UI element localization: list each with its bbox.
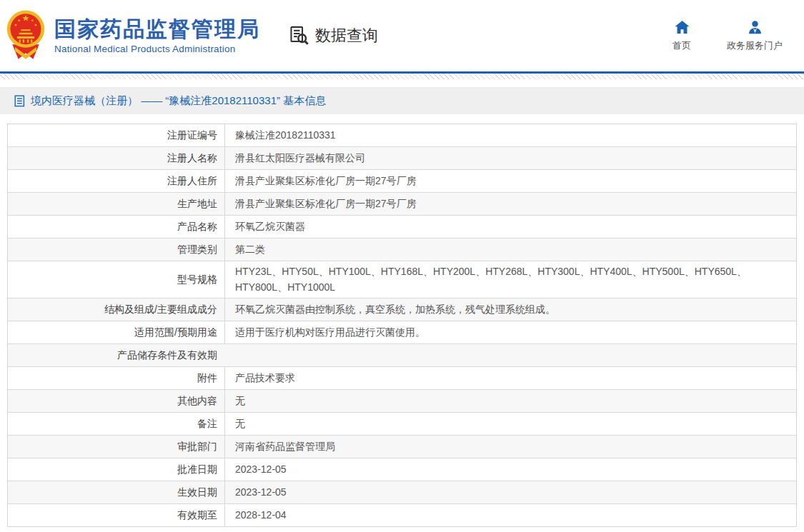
table-row: 其他内容 无 [8,390,796,413]
row-label: 附件 [8,367,224,389]
row-value: 2023-12-05 [224,481,796,503]
row-label: 生效日期 [8,481,224,503]
row-value: 豫械注准20182110331 [224,124,796,146]
row-value [224,344,796,366]
registration-info-table: 注册证编号 豫械注准20182110331 注册人名称 滑县红太阳医疗器械有限公… [7,124,797,527]
table-row: 产品名称 环氧乙烷灭菌器 [8,216,796,239]
row-value: 环氧乙烷灭菌器由控制系统，真空系统，加热系统，残气处理系统组成。 [224,298,796,321]
org-name-en: National Medical Products Administration [54,44,260,54]
row-label: 结构及组成/主要组成成分 [8,298,224,321]
hatch-stripe [0,74,804,79]
nav-home-label: 首页 [673,39,691,52]
row-label: 产品名称 [8,216,224,238]
row-value: 无 [224,390,796,412]
top-nav: 首页 政务服务门户 [673,20,804,52]
row-label: 备注 [8,413,224,435]
row-label: 注册证编号 [8,124,224,146]
brand-text: 国家药品监督管理局 National Medical Products Admi… [54,17,260,54]
table-row: 有效期至 2028-12-04 [8,504,796,526]
row-label: 注册人住所 [8,170,224,192]
row-value: 滑县产业聚集区标准化厂房一期27号厂房 [224,193,796,215]
row-value: 第二类 [224,239,796,261]
nav-portal-label: 政务服务门户 [727,39,783,52]
row-value: 2028-12-04 [224,504,796,526]
site-header: 国家药品监督管理局 National Medical Products Admi… [0,0,804,71]
row-label: 适用范围/预期用途 [8,321,224,343]
document-search-icon [289,25,310,46]
row-label: 审批部门 [8,436,224,458]
table-row: 备注 无 [8,413,796,436]
row-value: 河南省药品监督管理局 [224,436,796,458]
row-value: 2023-12-05 [224,458,796,481]
row-label: 批准日期 [8,458,224,481]
data-query-link[interactable]: 数据查询 [289,25,378,46]
row-label: 有效期至 [8,504,224,526]
page-title: 境内医疗器械（注册） —— “豫械注准20182110331” 基本信息 [31,94,326,108]
user-icon [748,20,763,34]
table-row: 型号规格 HTY23L、HTY50L、HTY100L、HTY168L、HTY20… [8,261,796,298]
table-row: 审批部门 河南省药品监督管理局 [8,436,796,458]
table-row: 生效日期 2023-12-05 [8,481,796,504]
brand-logo-link[interactable]: 国家药品监督管理局 National Medical Products Admi… [6,8,260,64]
row-value: 无 [224,413,796,435]
row-value: 滑县产业聚集区标准化厂房一期27号厂房 [224,170,796,192]
row-label: 生产地址 [8,193,224,215]
row-label: 注册人名称 [8,147,224,169]
breadcrumb: 境内医疗器械（注册） —— “豫械注准20182110331” 基本信息 [0,87,804,114]
table-row: 产品储存条件及有效期 [8,344,796,367]
table-row: 注册人名称 滑县红太阳医疗器械有限公司 [8,147,796,170]
table-row: 结构及组成/主要组成成分 环氧乙烷灭菌器由控制系统，真空系统，加热系统，残气处理… [8,298,796,321]
national-emblem-icon [6,8,46,64]
nav-item-gov-portal[interactable]: 政务服务门户 [727,20,783,52]
row-label: 型号规格 [8,261,224,298]
nav-item-home[interactable]: 首页 [673,20,691,52]
row-value: HTY23L、HTY50L、HTY100L、HTY168L、HTY200L、HT… [224,261,796,298]
table-row: 注册人住所 滑县产业聚集区标准化厂房一期27号厂房 [8,170,796,193]
table-row: 生产地址 滑县产业聚集区标准化厂房一期27号厂房 [8,193,796,216]
table-row: 管理类别 第二类 [8,239,796,261]
row-label: 产品储存条件及有效期 [8,344,224,366]
row-value: 滑县红太阳医疗器械有限公司 [224,147,796,169]
table-row: 适用范围/预期用途 适用于医疗机构对医疗用品进行灭菌使用。 [8,321,796,344]
row-label: 管理类别 [8,239,224,261]
row-value: 适用于医疗机构对医疗用品进行灭菌使用。 [224,321,796,343]
table-row: 批准日期 2023-12-05 [8,458,796,481]
home-icon [675,20,690,34]
table-row: 附件 产品技术要求 [8,367,796,390]
row-value: 环氧乙烷灭菌器 [224,216,796,238]
org-name-zh: 国家药品监督管理局 [54,17,260,41]
table-row: 注册证编号 豫械注准20182110331 [8,124,796,147]
page: 国家药品监督管理局 National Medical Products Admi… [0,0,804,527]
list-icon [14,95,26,107]
data-query-label: 数据查询 [315,25,378,46]
row-value: 产品技术要求 [224,367,796,389]
row-label: 其他内容 [8,390,224,412]
